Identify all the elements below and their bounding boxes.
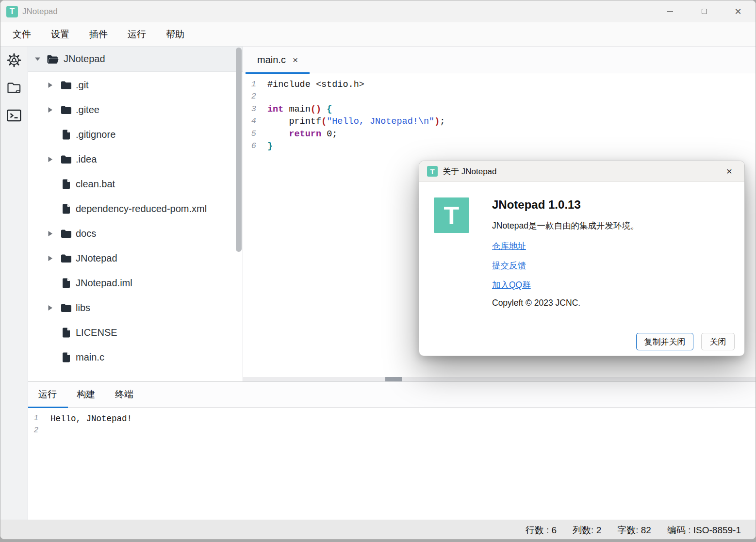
folder-icon xyxy=(60,81,72,90)
maximize-button[interactable] xyxy=(693,1,715,22)
menu-item-help[interactable]: 帮助 xyxy=(166,28,184,41)
line-number: 1 xyxy=(28,414,38,423)
tree-item-gitee[interactable]: .gitee xyxy=(28,98,243,122)
open-folder-icon xyxy=(47,54,59,64)
code-text: int main() { xyxy=(267,104,332,115)
chevron-right-icon[interactable] xyxy=(47,82,53,88)
tree-item-dependency-reduced-pom-xml[interactable]: dependency-reduced-pom.xml xyxy=(28,197,243,221)
title-bar: T JNotepad ✕ xyxy=(0,0,756,22)
tree-item-label: .git xyxy=(76,80,89,91)
code-text: return 0; xyxy=(267,129,337,139)
dialog-link-join-qq-group[interactable]: 加入QQ群 xyxy=(492,279,531,291)
run-output[interactable]: 1Hello, JNotepad!2 xyxy=(28,408,756,520)
folder-icon xyxy=(60,229,72,238)
chevron-down-icon[interactable] xyxy=(33,57,41,61)
dialog-title: 关于 JNotepad xyxy=(443,166,497,177)
chevron-right-icon[interactable] xyxy=(47,230,53,237)
status-column-count: 列数: 2 xyxy=(573,524,601,537)
tree-item-git[interactable]: .git xyxy=(28,73,243,98)
dialog-link-repo-address[interactable]: 仓库地址 xyxy=(492,240,526,252)
file-icon xyxy=(60,278,72,288)
file-icon xyxy=(60,352,72,362)
panel-tab-terminal[interactable]: 终端 xyxy=(115,388,133,401)
tree-item-label: JNotepad xyxy=(76,253,117,264)
minimize-icon xyxy=(667,11,673,12)
output-line: 1Hello, JNotepad! xyxy=(28,414,756,426)
line-number: 3 xyxy=(243,104,256,114)
folder-icon xyxy=(60,155,72,164)
dialog-close-icon[interactable]: × xyxy=(722,165,737,177)
window-title: JNotepad xyxy=(22,7,58,16)
about-copyright: Copyleft © 2023 JCNC. xyxy=(492,298,580,308)
chevron-right-icon[interactable] xyxy=(47,255,53,262)
status-bar: 行数 : 6列数: 2字数: 82编码 : ISO-8859-1 xyxy=(0,520,756,540)
file-icon xyxy=(60,130,72,140)
tree-vertical-scrollbar[interactable] xyxy=(236,48,242,252)
file-explorer-button[interactable] xyxy=(7,81,21,95)
editor-hscroll-thumb[interactable] xyxy=(385,377,402,381)
panel-tab-run[interactable]: 运行 xyxy=(38,388,57,401)
close-dialog-button[interactable]: 关闭 xyxy=(701,333,735,350)
editor-horizontal-scrollbar[interactable] xyxy=(243,377,756,381)
tree-item-license[interactable]: LICENSE xyxy=(28,320,243,345)
folder-icon xyxy=(7,82,21,94)
activity-bar xyxy=(0,47,28,520)
status-word-count: 字数: 82 xyxy=(617,524,651,537)
line-number: 5 xyxy=(243,129,256,138)
code-text: } xyxy=(267,141,273,151)
tree-item-idea[interactable]: .idea xyxy=(28,147,243,172)
line-number: 4 xyxy=(243,116,256,126)
line-number: 1 xyxy=(243,80,256,89)
file-icon xyxy=(60,179,72,189)
gear-icon xyxy=(7,53,21,67)
minimize-button[interactable] xyxy=(659,1,681,22)
about-description: JNotepad是一款自由的集成开发环境。 xyxy=(492,220,639,231)
app-window: T JNotepad ✕ 文件设置插件运行帮助 xyxy=(0,0,756,540)
window-controls: ✕ xyxy=(659,1,749,22)
code-line: 3int main() { xyxy=(243,104,756,116)
settings-gear-button[interactable] xyxy=(7,53,21,67)
tree-item-clean-bat[interactable]: clean.bat xyxy=(28,172,243,197)
about-logo: T xyxy=(434,197,469,233)
status-encoding: 编码 : ISO-8859-1 xyxy=(667,524,741,537)
line-number: 6 xyxy=(243,141,256,150)
about-dialog: T 关于 JNotepad × T JNotepad 1.0.13 JNotep… xyxy=(419,161,745,356)
menu-item-plugins[interactable]: 插件 xyxy=(89,28,108,41)
chevron-right-icon[interactable] xyxy=(47,156,53,163)
tree-item-label: main.c xyxy=(76,352,104,363)
menu-item-file[interactable]: 文件 xyxy=(13,28,31,41)
file-icon xyxy=(60,328,72,338)
tab-close-icon[interactable]: × xyxy=(293,55,298,66)
tree-item-label: libs xyxy=(76,302,90,313)
tree-rows: .git.gitee.gitignore.ideaclean.batdepend… xyxy=(28,72,243,370)
close-button[interactable]: ✕ xyxy=(727,1,749,22)
bottom-panel: 运行构建终端 1Hello, JNotepad!2 xyxy=(28,381,756,520)
code-line: 4 printf("Hello, JNotepad!\n"); xyxy=(243,116,756,129)
dialog-title-bar: T 关于 JNotepad × xyxy=(419,161,744,182)
menu-item-run[interactable]: 运行 xyxy=(128,28,146,41)
folder-icon xyxy=(60,105,72,115)
folder-icon xyxy=(60,303,72,312)
menu-item-settings[interactable]: 设置 xyxy=(51,28,69,41)
tree-root-jnotepad[interactable]: JNotepad xyxy=(28,47,243,72)
file-tree-panel: JNotepad .git.gitee.gitignore.ideaclean.… xyxy=(28,47,243,381)
tree-item-label: LICENSE xyxy=(76,327,117,338)
bottom-panel-tab-bar: 运行构建终端 xyxy=(28,382,756,408)
app-logo-icon: T xyxy=(6,6,18,17)
dialog-buttons: 复制并关闭 关闭 xyxy=(636,333,735,350)
chevron-right-icon[interactable] xyxy=(47,305,53,311)
tree-item-main-c[interactable]: main.c xyxy=(28,345,243,370)
tree-item-label: .gitee xyxy=(76,104,99,115)
panel-tab-build[interactable]: 构建 xyxy=(77,388,95,401)
terminal-button[interactable] xyxy=(7,108,21,123)
tree-item-jnotepad[interactable]: JNotepad xyxy=(28,246,243,271)
dialog-link-submit-feedback[interactable]: 提交反馈 xyxy=(492,260,526,271)
tree-item-jnotepad-iml[interactable]: JNotepad.iml xyxy=(28,271,243,296)
code-text: printf("Hello, JNotepad!\n"); xyxy=(267,116,445,127)
tree-item-docs[interactable]: docs xyxy=(28,221,243,246)
tree-item-libs[interactable]: libs xyxy=(28,296,243,320)
chevron-right-icon[interactable] xyxy=(47,107,53,113)
copy-and-close-button[interactable]: 复制并关闭 xyxy=(636,333,693,350)
tree-item-gitignore[interactable]: .gitignore xyxy=(28,122,243,147)
tab-main-c[interactable]: main.c × xyxy=(246,47,310,73)
